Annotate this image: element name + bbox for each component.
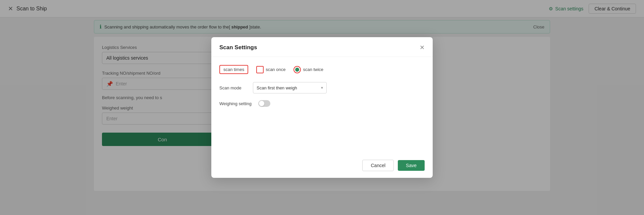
scan-once-option[interactable]: scan once — [256, 66, 285, 73]
scan-times-label: scan times — [219, 65, 248, 74]
scan-mode-select[interactable]: Scan first then weigh ▾ — [253, 82, 327, 93]
modal-close-button[interactable]: ✕ — [420, 44, 425, 51]
scan-settings-modal: Scan Settings ✕ scan times scan once sca… — [211, 37, 433, 178]
scan-twice-label: scan twice — [303, 67, 323, 72]
scan-mode-value: Scan first then weigh — [257, 85, 297, 90]
scan-mode-row: Scan mode Scan first then weigh ▾ — [219, 82, 425, 93]
scan-times-row: scan times scan once scan twice — [219, 65, 425, 74]
scan-twice-option[interactable]: scan twice — [293, 66, 323, 73]
modal-title: Scan Settings — [219, 44, 257, 51]
scan-mode-label: Scan mode — [219, 85, 253, 90]
chevron-down-icon: ▾ — [321, 85, 323, 90]
cancel-button[interactable]: Cancel — [362, 160, 394, 171]
modal-header: Scan Settings ✕ — [211, 37, 433, 57]
radio-selected-dot — [295, 68, 299, 72]
weighing-label: Weighing setting — [219, 101, 253, 106]
modal-footer: Cancel Save — [211, 154, 433, 178]
weighing-row: Weighing setting — [219, 100, 425, 107]
modal-body: scan times scan once scan twice Scan mod… — [211, 57, 433, 154]
scan-once-radio[interactable] — [256, 66, 264, 73]
save-button[interactable]: Save — [398, 160, 425, 171]
scan-twice-radio[interactable] — [293, 66, 301, 73]
toggle-knob — [259, 101, 264, 106]
scan-once-label: scan once — [266, 67, 285, 72]
weighing-toggle[interactable] — [258, 100, 270, 107]
